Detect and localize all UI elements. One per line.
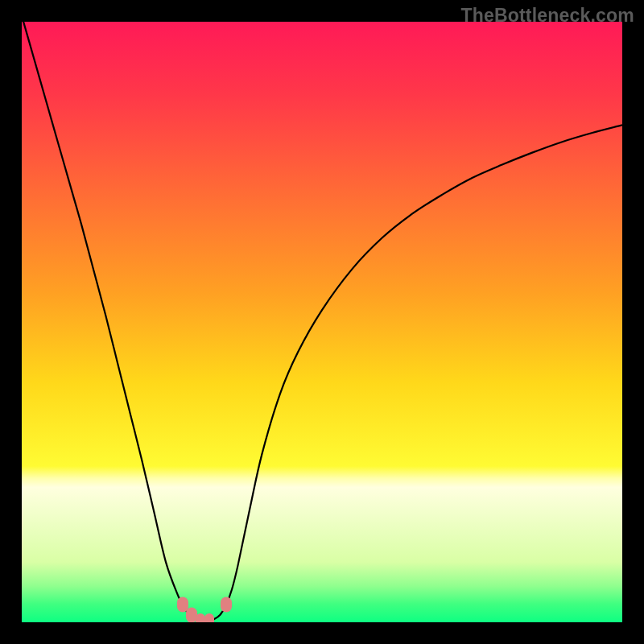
curve-marker <box>221 597 232 612</box>
curve-marker <box>204 613 214 622</box>
watermark-text: TheBottleneck.com <box>460 5 634 27</box>
bottleneck-curve <box>22 22 622 621</box>
chart-frame: TheBottleneck.com <box>0 0 644 644</box>
curve-layer <box>22 22 622 622</box>
curve-marker <box>196 613 205 622</box>
plot-area <box>22 22 622 622</box>
